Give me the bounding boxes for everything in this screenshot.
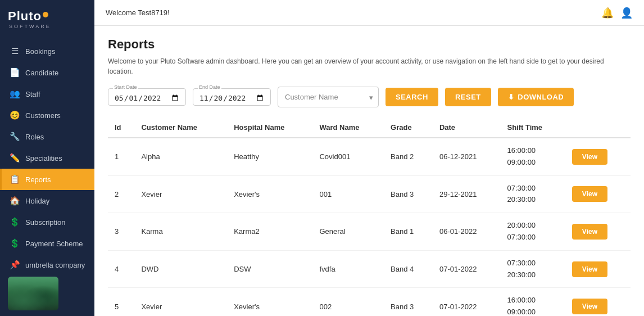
cell-hospital: DSW (227, 250, 312, 288)
cell-ward: 002 (312, 288, 384, 316)
view-button[interactable]: View (572, 149, 607, 165)
view-button[interactable]: View (572, 299, 607, 314)
cell-hospital: Xevier's (227, 288, 312, 316)
sidebar-label-candidate: Candidate (25, 69, 58, 77)
sidebar-icon-bookings: ☰ (10, 46, 20, 56)
cell-action[interactable]: View (565, 250, 631, 288)
col-header-3: Ward Name (312, 118, 384, 138)
cell-customer: Karma (134, 213, 227, 251)
cell-hospital: Karma2 (227, 213, 312, 251)
notification-bell-icon[interactable]: 🔔 (601, 7, 614, 19)
cell-shift: 20:00:0007:30:00 (500, 213, 565, 251)
start-date-label: Start Date (113, 84, 138, 90)
sidebar-icon-candidate: 📄 (10, 67, 20, 78)
reset-button[interactable]: RESET (445, 88, 491, 106)
cell-id: 3 (108, 213, 134, 251)
reports-table: IdCustomer NameHospital NameWard NameGra… (108, 118, 631, 316)
table-row: 2 Xevier Xevier's 001 Band 3 29-12-2021 … (108, 175, 631, 213)
cell-id: 2 (108, 175, 134, 213)
cell-action[interactable]: View (565, 138, 631, 175)
sidebar-icon-roles: 🔧 (10, 132, 20, 142)
filter-bar: Start Date End Date Customer Name Alpha … (108, 87, 631, 107)
view-button[interactable]: View (572, 261, 607, 277)
cell-id: 1 (108, 138, 134, 175)
download-button[interactable]: ⬇ DOWNLOAD (498, 88, 574, 106)
col-header-2: Hospital Name (227, 118, 312, 138)
cell-grade: Band 3 (384, 175, 433, 213)
sidebar-label-payment-scheme: Payment Scheme (25, 240, 83, 248)
sidebar-label-staff: Staff (25, 90, 40, 98)
end-date-field[interactable]: End Date (193, 88, 271, 106)
end-date-input[interactable] (199, 91, 265, 103)
page-description: Welcome to your Pluto Software admin das… (108, 56, 631, 76)
cell-shift: 16:00:0009:00:00 (500, 138, 565, 175)
cell-action[interactable]: View (565, 213, 631, 251)
sidebar-item-subscription[interactable]: 💲 Subscription (0, 211, 94, 233)
col-header-5: Date (433, 118, 501, 138)
cell-id: 4 (108, 250, 134, 288)
cell-grade: Band 1 (384, 213, 433, 251)
col-header-0: Id (108, 118, 134, 138)
search-button[interactable]: SEARCH (386, 88, 438, 106)
top-header: Welcome Test8719! 🔔 👤 (94, 0, 644, 26)
sidebar-item-specialities[interactable]: ✏️ Specialities (0, 147, 94, 169)
start-date-input[interactable] (114, 91, 180, 103)
sidebar-label-roles: Roles (25, 133, 44, 141)
cell-ward: General (312, 213, 384, 251)
header-icons: 🔔 👤 (601, 7, 633, 19)
download-icon: ⬇ (508, 93, 515, 101)
customer-name-select[interactable]: Customer Name Alpha Xevier Karma DWD Dhl (278, 87, 379, 107)
sidebar-icon-holiday: 🏠 (10, 196, 20, 206)
cell-grade: Band 4 (384, 250, 433, 288)
sidebar-item-umbrella-company[interactable]: 📌 umbrella company (0, 254, 94, 271)
customer-select-wrapper[interactable]: Customer Name Alpha Xevier Karma DWD Dhl (278, 87, 379, 107)
cell-customer: Alpha (134, 138, 227, 175)
sidebar-item-reports[interactable]: 📋 Reports (0, 169, 94, 190)
table-header: IdCustomer NameHospital NameWard NameGra… (108, 118, 631, 138)
view-button[interactable]: View (572, 186, 607, 202)
start-date-field[interactable]: Start Date (108, 88, 186, 106)
logo-text: Pluto (8, 9, 42, 23)
download-label: DOWNLOAD (518, 93, 564, 101)
table-row: 3 Karma Karma2 General Band 1 06-01-2022… (108, 213, 631, 251)
sidebar-icon-customers: 😊 (10, 110, 20, 120)
cell-customer: Xevier (134, 288, 227, 316)
sidebar-icon-reports: 📋 (10, 174, 20, 184)
sidebar-icon-subscription: 💲 (10, 217, 20, 227)
col-header-1: Customer Name (134, 118, 227, 138)
cell-action[interactable]: View (565, 288, 631, 316)
sidebar-item-roles[interactable]: 🔧 Roles (0, 126, 94, 147)
sidebar-label-subscription: Subscription (25, 218, 66, 227)
cell-date: 07-01-2022 (433, 250, 501, 288)
cell-ward: fvdfa (312, 250, 384, 288)
logo-sub: SOFTWARE (8, 24, 51, 29)
cell-grade: Band 3 (384, 288, 433, 316)
table-body: 1 Alpha Heatthy Covid001 Band 2 06-12-20… (108, 138, 631, 316)
cell-action[interactable]: View (565, 175, 631, 213)
sidebar-item-holiday[interactable]: 🏠 Holiday (0, 190, 94, 211)
view-button[interactable]: View (572, 224, 607, 240)
sidebar-item-staff[interactable]: 👥 Staff (0, 83, 94, 105)
cell-customer: DWD (134, 250, 227, 288)
cell-id: 5 (108, 288, 134, 316)
end-date-label: End Date (198, 84, 221, 90)
sidebar-item-customers[interactable]: 😊 Customers (0, 105, 94, 126)
sidebar-icon-specialities: ✏️ (10, 153, 20, 163)
cell-hospital: Xevier's (227, 175, 312, 213)
cell-date: 29-12-2021 (433, 175, 501, 213)
sidebar: Pluto SOFTWARE ☰ Bookings 📄 Candidate 👥 … (0, 0, 94, 316)
sidebar-item-candidate[interactable]: 📄 Candidate (0, 62, 94, 83)
user-avatar-icon[interactable]: 👤 (620, 7, 633, 19)
cell-date: 07-01-2022 (433, 288, 501, 316)
cell-shift: 16:00:0009:00:00 (500, 288, 565, 316)
sidebar-icon-staff: 👥 (10, 89, 20, 99)
sidebar-item-bookings[interactable]: ☰ Bookings (0, 40, 94, 62)
sidebar-item-payment-scheme[interactable]: 💲 Payment Scheme (0, 233, 94, 254)
table-row: 5 Xevier Xevier's 002 Band 3 07-01-2022 … (108, 288, 631, 316)
sidebar-label-umbrella-company: umbrella company (25, 261, 85, 269)
reports-table-wrapper: IdCustomer NameHospital NameWard NameGra… (108, 118, 631, 316)
cell-ward: 001 (312, 175, 384, 213)
sidebar-label-reports: Reports (25, 175, 51, 184)
sidebar-icon-umbrella-company: 📌 (10, 260, 20, 270)
sidebar-label-bookings: Bookings (25, 47, 55, 56)
